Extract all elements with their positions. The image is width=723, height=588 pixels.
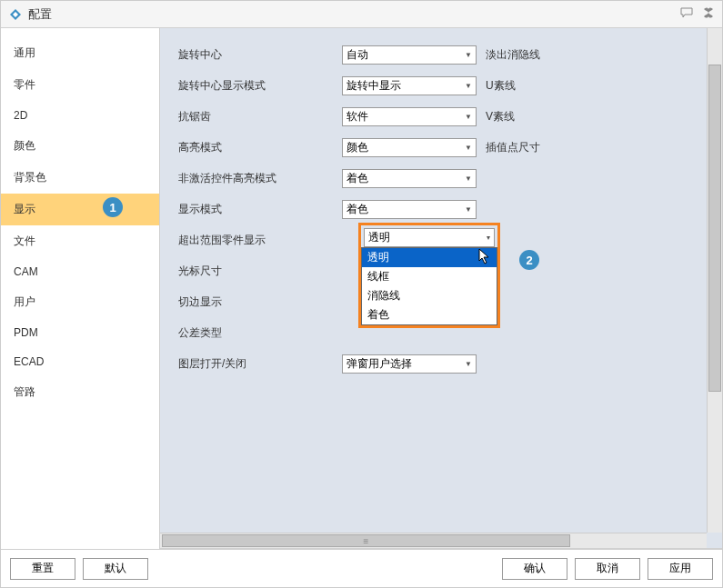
combo-value: 旋转中显示 [346,78,401,94]
combo-out-of-range[interactable]: 透明 ▾ [364,228,495,247]
chevron-down-icon: ▼ [465,144,472,152]
chevron-down-icon: ▼ [465,174,472,183]
chevron-down-icon: ▼ [465,82,472,90]
setting-extra: V素线 [477,109,515,125]
chevron-down-icon: ▼ [465,360,472,368]
sidebar-item-pipe[interactable]: 管路 [1,376,159,408]
setting-extra: U素线 [477,78,516,94]
combo-display-mode[interactable]: 着色▼ [342,200,477,219]
scrollbar-thumb[interactable]: ≡ [162,534,570,547]
feedback-icon[interactable] [680,7,693,21]
setting-row: 图层打开/关闭 弹窗用户选择▼ [160,348,722,379]
setting-label: 高亮模式 [160,140,342,155]
setting-label: 显示模式 [160,202,342,217]
setting-label: 超出范围零件显示 [160,233,342,248]
dropdown-list: 透明 线框 消隐线 着色 [361,247,497,325]
sidebar-item-part[interactable]: 零件 [1,69,159,101]
dropdown-item-wireframe[interactable]: 线框 [362,267,497,286]
window-title: 配置 [28,6,680,23]
content-panel: 旋转中心 自动▼ 淡出消隐线 旋转中心显示模式 旋转中显示▼ U素线 抗锯齿 软… [160,28,722,549]
config-dialog: 配置 通用 零件 2D 颜色 背景色 显示 1 文件 CAM 用户 PDM [0,0,723,588]
sidebar-item-label: 2D [14,109,27,122]
sidebar-item-general[interactable]: 通用 [1,37,159,69]
sidebar-item-label: PDM [14,326,38,339]
reset-button[interactable]: 重置 [10,558,75,580]
sidebar-item-2d[interactable]: 2D [1,101,159,130]
sidebar-item-label: 显示 [14,203,35,215]
sidebar-item-label: 背景色 [14,171,46,184]
combo-value: 自动 [346,47,368,63]
setting-row: 显示模式 着色▼ [160,194,722,224]
footer: 重置 默认 确认 取消 应用 [1,549,722,587]
sidebar-item-ecad[interactable]: ECAD [1,347,159,376]
combo-value: 颜色 [346,140,368,155]
setting-label: 光标尺寸 [160,264,342,279]
combo-antialias[interactable]: 软件▼ [342,107,477,126]
sidebar-item-label: 用户 [14,295,35,308]
setting-label: 公差类型 [160,325,342,341]
combo-value: 着色 [346,171,368,186]
setting-label: 旋转中心显示模式 [160,78,342,94]
sidebar-item-label: CAM [14,265,38,278]
dropdown-item-label: 透明 [367,251,389,264]
combo-value: 软件 [346,109,368,125]
setting-label: 抗锯齿 [160,109,342,125]
cursor-icon [478,248,491,267]
sidebar-item-pdm[interactable]: PDM [1,318,159,347]
chevron-down-icon: ▾ [487,234,490,242]
combo-rotation-center[interactable]: 自动▼ [342,45,477,65]
close-icon[interactable] [702,7,715,21]
sidebar-item-color[interactable]: 颜色 [1,130,159,162]
setting-label: 非激活控件高亮模式 [160,171,342,186]
combo-rotation-display[interactable]: 旋转中显示▼ [342,76,477,95]
vertical-scrollbar[interactable] [707,28,722,533]
apply-button[interactable]: 应用 [648,558,713,580]
ok-button[interactable]: 确认 [502,558,567,580]
dropdown-item-hiddenline[interactable]: 消隐线 [362,286,497,305]
sidebar-item-user[interactable]: 用户 [1,286,159,318]
dropdown-item-shaded[interactable]: 着色 [362,305,497,324]
titlebar: 配置 [1,1,722,28]
chevron-down-icon: ▼ [465,113,472,121]
sidebar-item-bgcolor[interactable]: 背景色 [1,162,159,194]
setting-extra: 插值点尺寸 [477,140,540,155]
setting-row: 高亮模式 颜色▼ 插值点尺寸 [160,132,722,163]
combo-inactive-highlight[interactable]: 着色▼ [342,169,477,188]
setting-label: 图层打开/关闭 [160,356,342,372]
chevron-down-icon: ▼ [465,205,472,214]
combo-value: 透明 [368,230,390,245]
chevron-down-icon: ▼ [465,51,472,59]
annotation-badge-1: 1 [103,197,123,217]
sidebar-item-label: ECAD [14,355,44,368]
sidebar-item-label: 零件 [14,78,35,91]
setting-row: 非激活控件高亮模式 着色▼ [160,163,722,194]
annotation-badge-2: 2 [519,250,539,270]
sidebar-item-label: 管路 [14,385,35,398]
combo-highlight[interactable]: 颜色▼ [342,138,477,157]
default-button[interactable]: 默认 [83,558,148,580]
sidebar-item-label: 文件 [14,234,35,247]
combo-layer-toggle[interactable]: 弹窗用户选择▼ [342,354,477,374]
cancel-button[interactable]: 取消 [575,558,640,580]
sidebar-item-display[interactable]: 显示 1 [1,194,159,225]
horizontal-scrollbar[interactable]: ≡ [160,533,707,548]
dropdown-item-transparent[interactable]: 透明 [362,248,497,267]
sidebar-item-label: 颜色 [14,139,35,152]
sidebar-item-label: 通用 [14,46,35,59]
setting-extra: 淡出消隐线 [477,47,540,63]
titlebar-buttons [680,7,715,21]
sidebar-item-file[interactable]: 文件 [1,225,159,257]
sidebar-item-cam[interactable]: CAM [1,257,159,286]
scrollbar-thumb[interactable] [708,65,721,392]
combo-value: 着色 [346,202,368,217]
dropdown-out-of-range: 透明 ▾ 透明 线框 消隐线 着色 [358,223,500,328]
setting-row: 抗锯齿 软件▼ V素线 [160,101,722,132]
setting-label: 旋转中心 [160,47,342,63]
setting-label: 切边显示 [160,294,342,310]
app-icon [8,7,23,22]
body: 通用 零件 2D 颜色 背景色 显示 1 文件 CAM 用户 PDM ECAD … [1,28,722,549]
setting-row: 旋转中心显示模式 旋转中显示▼ U素线 [160,70,722,101]
combo-value: 弹窗用户选择 [346,356,412,372]
setting-row: 旋转中心 自动▼ 淡出消隐线 [160,39,722,70]
sidebar: 通用 零件 2D 颜色 背景色 显示 1 文件 CAM 用户 PDM ECAD … [1,28,160,549]
